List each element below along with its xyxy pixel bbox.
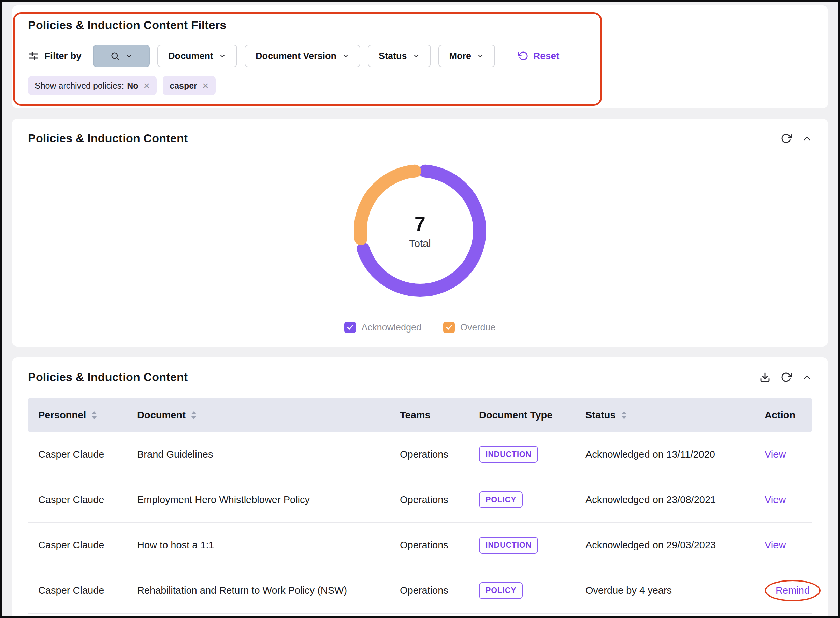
total-label: Total	[409, 238, 431, 249]
refresh-button[interactable]	[781, 133, 792, 144]
cell-personnel: Casper Claude	[28, 449, 127, 460]
chip-text: Show archived policies:	[35, 81, 124, 91]
sort-icon	[91, 412, 97, 419]
cell-action: View	[754, 539, 812, 551]
cell-teams: Operations	[390, 494, 469, 505]
view-link[interactable]: View	[764, 494, 786, 505]
table-header-row: Personnel Document Teams Document Type S…	[28, 398, 812, 432]
chevron-down-icon	[219, 52, 226, 60]
reset-filters-button[interactable]: Reset	[516, 50, 561, 62]
column-header-personnel[interactable]: Personnel	[28, 410, 127, 421]
table-row: Casper Claude Brand Guidelines Operation…	[28, 432, 812, 477]
collapse-button[interactable]	[802, 372, 812, 382]
download-button[interactable]	[760, 372, 770, 383]
refresh-icon	[781, 372, 792, 383]
table-row: Casper Claude Employment Hero Whistleblo…	[28, 477, 812, 523]
document-type-badge: INDUCTION	[479, 446, 538, 463]
cell-status: Acknowledged on 29/03/2023	[575, 539, 754, 551]
status-filter-dropdown[interactable]: Status	[368, 45, 431, 67]
reset-icon	[518, 51, 528, 61]
table-row: Casper Claude How to host a 1:1 Operatio…	[28, 523, 812, 568]
cell-status: Acknowledged on 23/08/2021	[575, 494, 754, 505]
chevron-down-icon	[342, 52, 349, 60]
sort-icon	[621, 412, 627, 419]
legend-label: Overdue	[460, 322, 496, 333]
filters-panel-title: Policies & Induction Content Filters	[28, 18, 812, 32]
document-filter-dropdown[interactable]: Document	[157, 45, 237, 67]
checkbox-acknowledged-icon	[344, 322, 356, 333]
column-header-teams: Teams	[390, 410, 469, 421]
chevron-up-icon	[802, 372, 812, 382]
cell-document-type: POLICY	[469, 492, 575, 508]
document-version-filter-dropdown[interactable]: Document Version	[245, 45, 360, 67]
filter-by-label-group: Filter by	[28, 51, 82, 61]
filters-panel: Policies & Induction Content Filters Fil…	[12, 6, 828, 108]
column-header-action: Action	[754, 410, 812, 421]
chip-value: No	[127, 81, 138, 91]
chevron-up-icon	[802, 133, 812, 144]
more-filters-label: More	[449, 51, 471, 61]
donut-chart: 7 Total	[346, 157, 494, 304]
chevron-down-icon	[477, 52, 484, 60]
filter-chip-casper: casper ×	[163, 76, 215, 95]
chart-legend: Acknowledged Overdue	[28, 322, 812, 333]
cell-document: Brand Guidelines	[127, 449, 390, 460]
column-header-document[interactable]: Document	[127, 410, 390, 421]
refresh-icon	[781, 133, 792, 144]
document-type-badge: POLICY	[479, 492, 523, 508]
chevron-down-icon	[412, 52, 420, 60]
cell-document-type: INDUCTION	[469, 446, 575, 463]
cell-action: Remind	[754, 580, 821, 601]
legend-item-acknowledged[interactable]: Acknowledged	[344, 322, 421, 333]
cell-document: Rehabilitation and Return to Work Policy…	[127, 585, 390, 596]
collapse-button[interactable]	[802, 133, 812, 144]
view-link[interactable]: View	[764, 539, 786, 550]
close-icon[interactable]: ×	[202, 80, 209, 91]
cell-personnel: Casper Claude	[28, 585, 127, 596]
cell-document-type: POLICY	[469, 582, 575, 599]
document-type-badge: INDUCTION	[479, 537, 538, 554]
chip-value: casper	[169, 81, 197, 91]
legend-item-overdue[interactable]: Overdue	[443, 322, 496, 333]
cell-status: Overdue by 4 years	[575, 585, 754, 596]
cell-teams: Operations	[390, 585, 469, 596]
cell-teams: Operations	[390, 449, 469, 460]
total-value: 7	[415, 212, 425, 235]
download-icon	[760, 372, 770, 383]
cell-action: View	[754, 449, 812, 460]
more-filters-dropdown[interactable]: More	[439, 45, 495, 67]
remind-link[interactable]: Remind	[776, 585, 810, 596]
chart-panel-title: Policies & Induction Content	[28, 132, 188, 145]
search-icon	[110, 51, 120, 61]
cell-action: View	[754, 494, 812, 505]
policies-table: Personnel Document Teams Document Type S…	[28, 398, 812, 614]
column-header-document-type: Document Type	[469, 410, 575, 421]
document-version-filter-label: Document Version	[256, 51, 336, 61]
close-icon[interactable]: ×	[144, 80, 150, 91]
status-filter-label: Status	[379, 51, 407, 61]
refresh-button[interactable]	[781, 372, 792, 383]
view-link[interactable]: View	[764, 449, 786, 460]
reset-label: Reset	[533, 51, 559, 61]
legend-label: Acknowledged	[361, 322, 421, 333]
chart-panel: Policies & Induction Content 7	[12, 119, 828, 346]
search-filter-button[interactable]	[93, 45, 150, 67]
table-panel-title: Policies & Induction Content	[28, 370, 188, 384]
checkbox-overdue-icon	[443, 322, 455, 333]
filter-chip-show-archived: Show archived policies: No ×	[28, 76, 157, 95]
cell-document: Employment Hero Whistleblower Policy	[127, 494, 390, 505]
document-type-badge: POLICY	[479, 582, 523, 599]
chevron-down-icon	[125, 52, 133, 60]
filter-controls-row: Filter by Document Document Version	[28, 45, 812, 67]
table-panel: Policies & Induction Content	[12, 357, 828, 618]
column-header-status[interactable]: Status	[575, 410, 754, 421]
active-filter-chips: Show archived policies: No × casper ×	[28, 76, 812, 95]
table-row: Casper Claude Rehabilitation and Return …	[28, 568, 812, 614]
cell-status: Acknowledged on 13/11/2020	[575, 449, 754, 460]
sort-icon	[191, 412, 196, 419]
cell-personnel: Casper Claude	[28, 494, 127, 505]
cell-teams: Operations	[390, 539, 469, 551]
cell-document: How to host a 1:1	[127, 539, 390, 551]
app-window: Policies & Induction Content Filters Fil…	[0, 0, 840, 618]
document-filter-label: Document	[168, 51, 213, 61]
